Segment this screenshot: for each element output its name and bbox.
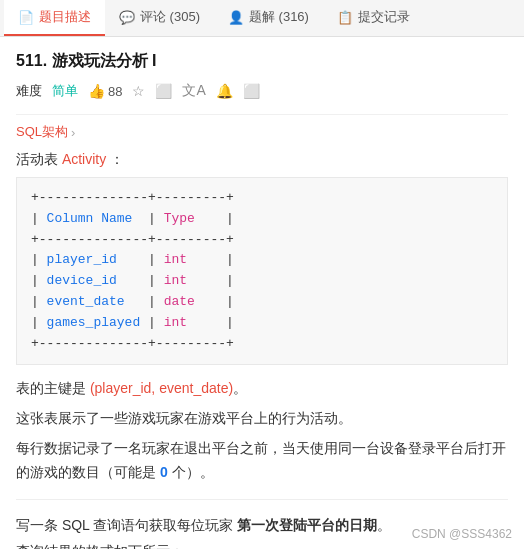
type-games-played: int	[164, 315, 187, 330]
desc-2: 这张表展示了一些游戏玩家在游戏平台上的行为活动。	[16, 407, 508, 431]
tab-problem-icon: 📄	[18, 10, 34, 25]
desc-1: 表的主键是 (player_id, event_date)。	[16, 377, 508, 401]
col-header: Column Name	[47, 211, 133, 226]
breadcrumb-separator: ›	[71, 125, 75, 140]
like-section: 👍 88	[88, 83, 122, 99]
table-intro: 活动表 Activity ：	[16, 151, 508, 169]
tab-solutions-icon: 👤	[228, 10, 244, 25]
tab-submissions-icon: 📋	[337, 10, 353, 25]
like-count-value: 88	[108, 84, 122, 99]
footer-text: CSDN @SSS4362	[412, 527, 512, 541]
primary-key-highlight: (player_id, event_date)	[90, 380, 233, 396]
type-header: Type	[164, 211, 195, 226]
tab-solutions-label: 题解 (316)	[249, 8, 309, 26]
problem-number: 511.	[16, 52, 47, 69]
ascii-row-2: | device_id | int |	[31, 271, 493, 292]
type-event-date: date	[164, 294, 195, 309]
breadcrumb: SQL架构 ›	[16, 123, 508, 141]
desc-3: 每行数据记录了一名玩家在退出平台之前，当天使用同一台设备登录平台后打开的游戏的数…	[16, 437, 508, 485]
translate-icon[interactable]: 文A	[182, 82, 205, 100]
footer: CSDN @SSS4362	[412, 527, 512, 541]
breadcrumb-link[interactable]: SQL架构	[16, 123, 68, 141]
problem-name: 游戏玩法分析 I	[52, 52, 157, 69]
tab-comments[interactable]: 💬 评论 (305)	[105, 0, 214, 36]
ascii-border-top: +--------------+---------+	[31, 188, 493, 209]
ascii-header: | Column Name | Type |	[31, 209, 493, 230]
tab-submissions[interactable]: 📋 提交记录	[323, 0, 424, 36]
table-intro-text: 活动表 Activity ：	[16, 151, 124, 167]
col-event-date: event_date	[47, 294, 125, 309]
col-player-id: player_id	[47, 252, 117, 267]
tab-submissions-label: 提交记录	[358, 8, 410, 26]
ascii-border-mid: +--------------+---------+	[31, 230, 493, 251]
query-section: 写一条 SQL 查询语句获取每位玩家 第一次登陆平台的日期。 查询结果的格式如下…	[16, 499, 508, 549]
difficulty-label: 难度	[16, 82, 42, 100]
tab-bar: 📄 题目描述 💬 评论 (305) 👤 题解 (316) 📋 提交记录	[0, 0, 524, 37]
thumbs-up-icon[interactable]: 👍	[88, 83, 105, 99]
table-name-highlight: Activity	[62, 151, 106, 167]
tab-problem-label: 题目描述	[39, 8, 91, 26]
main-content: 511. 游戏玩法分析 I 难度 简单 👍 88 ☆ ⬜ 文A 🔔 ⬜ SQL架…	[0, 37, 524, 549]
more-icon[interactable]: ⬜	[243, 83, 260, 99]
star-icon[interactable]: ☆	[132, 83, 145, 99]
ascii-border-bot: +--------------+---------+	[31, 334, 493, 355]
first-login-highlight: 第一次登陆平台的日期	[237, 517, 377, 533]
tab-comments-icon: 💬	[119, 10, 135, 25]
difficulty-row: 难度 简单 👍 88 ☆ ⬜ 文A 🔔 ⬜	[16, 82, 508, 100]
ascii-row-3: | event_date | date |	[31, 292, 493, 313]
col-games-played: games_played	[47, 315, 141, 330]
share-icon[interactable]: ⬜	[155, 83, 172, 99]
difficulty-value: 简单	[52, 82, 78, 100]
bell-icon[interactable]: 🔔	[216, 83, 233, 99]
type-player-id: int	[164, 252, 187, 267]
zero-value: 0	[160, 464, 168, 480]
type-device-id: int	[164, 273, 187, 288]
col-device-id: device_id	[47, 273, 117, 288]
ascii-row-4: | games_played | int |	[31, 313, 493, 334]
ascii-table: +--------------+---------+ | Column Name…	[16, 177, 508, 365]
result-format: 查询结果的格式如下所示：	[16, 543, 508, 549]
ascii-row-1: | player_id | int |	[31, 250, 493, 271]
tab-solutions[interactable]: 👤 题解 (316)	[214, 0, 323, 36]
tab-comments-label: 评论 (305)	[140, 8, 200, 26]
tab-problem[interactable]: 📄 题目描述	[4, 0, 105, 36]
problem-title: 511. 游戏玩法分析 I	[16, 51, 508, 72]
divider	[16, 114, 508, 115]
